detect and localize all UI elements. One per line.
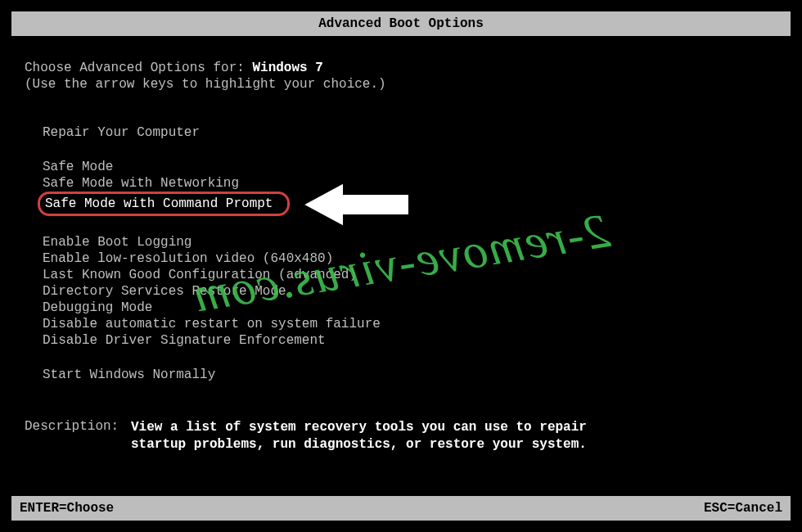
menu-item-low-res[interactable]: Enable low-resolution video (640x480) [43, 250, 777, 267]
menu-item-ds-restore[interactable]: Directory Services Restore Mode [43, 283, 777, 300]
menu-item-safe-mode-cmd-wrapper[interactable]: Safe Mode with Command Prompt [43, 192, 777, 216]
menu-item-no-driver-sig[interactable]: Disable Driver Signature Enforcement [43, 332, 777, 349]
menu-item-no-auto-restart[interactable]: Disable automatic restart on system fail… [43, 316, 777, 332]
description-label: Description: [25, 419, 131, 453]
menu-item-safe-mode-cmd[interactable]: Safe Mode with Command Prompt [38, 192, 290, 216]
menu-item-safe-mode[interactable]: Safe Mode [43, 159, 777, 175]
menu-item-debug[interactable]: Debugging Mode [43, 300, 777, 316]
footer-bar: ENTER=Choose ESC=Cancel [11, 496, 791, 521]
menu-item-last-known-good[interactable]: Last Known Good Configuration (advanced) [43, 267, 777, 283]
prompt-line: Choose Advanced Options for: Windows 7 [25, 61, 777, 75]
menu-group-repair: Repair Your Computer [43, 124, 777, 141]
prompt-prefix: Choose Advanced Options for: [25, 61, 252, 75]
title-bar: Advanced Boot Options [11, 11, 791, 36]
footer-esc: ESC=Cancel [704, 501, 782, 516]
menu-group-safemode: Safe Mode Safe Mode with Networking Safe… [43, 159, 777, 216]
menu-item-safe-mode-networking[interactable]: Safe Mode with Networking [43, 175, 777, 192]
boot-menu: Repair Your Computer Safe Mode Safe Mode… [25, 124, 777, 383]
screen-title: Advanced Boot Options [318, 16, 484, 31]
content-area: Choose Advanced Options for: Windows 7 (… [0, 36, 802, 453]
description-text: View a list of system recovery tools you… [131, 419, 589, 453]
menu-item-boot-logging[interactable]: Enable Boot Logging [43, 234, 777, 250]
menu-item-start-normal[interactable]: Start Windows Normally [43, 367, 777, 383]
hint-line: (Use the arrow keys to highlight your ch… [25, 77, 777, 92]
description-block: Description: View a list of system recov… [25, 419, 777, 453]
menu-item-repair[interactable]: Repair Your Computer [43, 124, 777, 141]
footer-enter: ENTER=Choose [20, 501, 114, 516]
os-name: Windows 7 [252, 61, 322, 75]
menu-group-advanced: Enable Boot Logging Enable low-resolutio… [43, 234, 777, 349]
menu-group-normal: Start Windows Normally [43, 367, 777, 383]
